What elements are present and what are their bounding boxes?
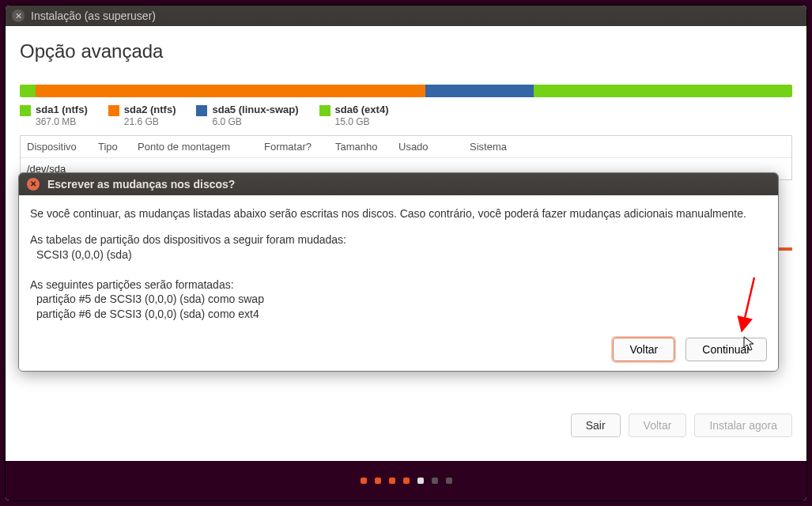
col-format: Formatar? xyxy=(264,141,327,153)
window-close-icon[interactable]: ✕ xyxy=(12,9,25,22)
dialog-text: SCSI3 (0,0,0) (sda) xyxy=(30,247,767,262)
confirm-write-dialog: ✕ Escrever as mudanças nos discos? Se vo… xyxy=(18,172,779,372)
dialog-close-icon[interactable]: ✕ xyxy=(27,178,40,191)
partition-legend: sda1 (ntfs) 367.0 MB sda2 (ntfs) 21.6 GB… xyxy=(20,104,792,127)
legend-name: sda1 (ntfs) xyxy=(36,104,88,116)
legend-sda5: sda5 (linux-swap) 6.0 GB xyxy=(196,104,298,127)
dialog-text: Se você continuar, as mudanças listadas … xyxy=(30,206,767,221)
dialog-title: Escrever as mudanças nos discos? xyxy=(47,178,235,191)
legend-sda2: sda2 (ntfs) 21.6 GB xyxy=(108,104,176,127)
dialog-continue-button[interactable]: Continuar xyxy=(685,338,767,361)
disk-usage-bar xyxy=(20,85,792,97)
step-dot xyxy=(375,478,381,484)
dialog-back-button[interactable]: Voltar xyxy=(613,338,674,361)
legend-name: sda2 (ntfs) xyxy=(124,104,176,116)
window-title: Instalação (as superuser) xyxy=(31,9,156,22)
col-type: Tipo xyxy=(98,141,130,153)
install-now-button[interactable]: Instalar agora xyxy=(694,413,792,437)
swatch-icon xyxy=(108,105,119,116)
quit-button[interactable]: Sair xyxy=(571,413,621,437)
legend-size: 21.6 GB xyxy=(124,116,176,127)
legend-sda6: sda6 (ext4) 15.0 GB xyxy=(319,104,389,127)
dialog-text: partição #5 de SCSI3 (0,0,0) (sda) como … xyxy=(30,292,767,307)
page-title: Opção avançada xyxy=(20,40,792,62)
swatch-icon xyxy=(196,105,207,116)
usage-seg-sda2 xyxy=(36,85,425,97)
wizard-footer-buttons: Sair Voltar Instalar agora xyxy=(571,413,792,437)
legend-name: sda5 (linux-swap) xyxy=(212,104,298,116)
col-device: Dispositivo xyxy=(27,141,90,153)
step-dot xyxy=(389,478,395,484)
legend-size: 15.0 GB xyxy=(335,116,389,127)
step-dot xyxy=(432,478,438,484)
legend-sda1: sda1 (ntfs) 367.0 MB xyxy=(20,104,88,127)
col-system: Sistema xyxy=(470,141,785,153)
swatch-icon xyxy=(319,105,330,116)
usage-seg-sda5 xyxy=(425,85,534,97)
dialog-titlebar[interactable]: ✕ Escrever as mudanças nos discos? xyxy=(19,173,778,195)
legend-size: 367.0 MB xyxy=(36,116,88,127)
dialog-body: Se você continuar, as mudanças listadas … xyxy=(19,195,778,331)
step-dot xyxy=(361,478,367,484)
steps-indicator xyxy=(6,461,806,500)
dialog-text: As tabelas de partição dos dispositivos … xyxy=(30,232,767,247)
dialog-text: As seguintes partições serão formatadas: xyxy=(30,278,767,293)
titlebar[interactable]: ✕ Instalação (as superuser) xyxy=(6,6,806,26)
legend-size: 6.0 GB xyxy=(212,116,298,127)
legend-name: sda6 (ext4) xyxy=(335,104,389,116)
step-dot xyxy=(417,478,424,484)
step-dot xyxy=(446,478,452,484)
dialog-text: partição #6 de SCSI3 (0,0,0) (sda) como … xyxy=(30,307,767,322)
table-header: Dispositivo Tipo Ponto de montagem Forma… xyxy=(21,136,791,158)
back-button[interactable]: Voltar xyxy=(629,413,687,437)
usage-seg-sda1 xyxy=(20,85,36,97)
swatch-icon xyxy=(20,105,31,116)
step-dot xyxy=(403,478,410,484)
col-mount: Ponto de montagem xyxy=(138,141,256,153)
dialog-footer: Voltar Continuar xyxy=(19,331,778,371)
col-size: Tamanho xyxy=(335,141,391,153)
usage-seg-sda6 xyxy=(534,85,792,97)
col-used: Usado xyxy=(398,141,462,153)
